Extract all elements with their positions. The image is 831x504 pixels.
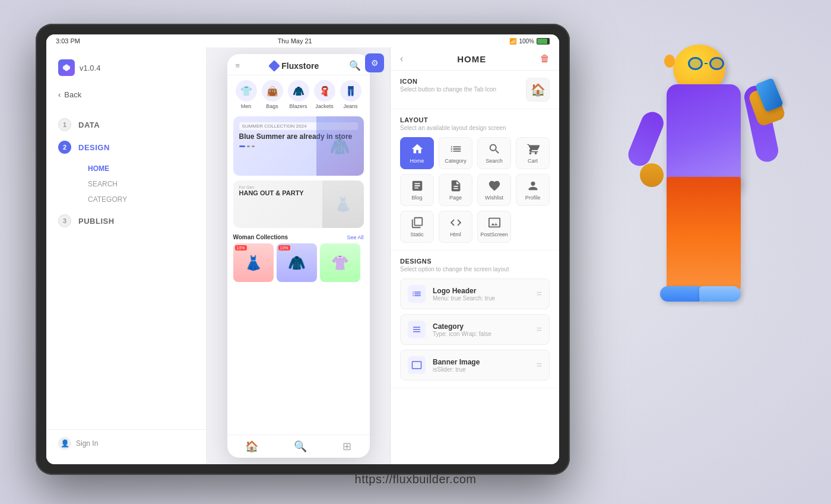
design-item-logo-header[interactable]: Logo Header Menu: true Search: true = [400,278,550,309]
step-1-number: 1 [63,121,66,128]
layout-search-label: Search [486,158,503,164]
layout-home-label: Home [410,158,424,164]
see-all-button[interactable]: See All [347,234,363,240]
char-glass-left [688,57,703,70]
design-category-icon [408,321,426,338]
3d-character [588,12,813,499]
designs-section: DESIGNS Select option to change the scre… [391,251,559,388]
back-button[interactable]: ‹ Back [46,85,206,104]
product-card-3[interactable]: 👚 [320,243,360,282]
sidebar-step-publish[interactable]: 3 PUBLISH [46,210,206,232]
design-category-handle[interactable]: = [537,324,542,335]
product-3-image: 👚 [320,243,360,282]
phone-header: ≡ Fluxstore 🔍 [227,54,370,75]
product-card-1[interactable]: 10% 👗 [233,243,274,282]
icon-picker-button[interactable]: 🏠 [526,78,550,102]
sidebar-step-design[interactable]: 2 DESIGN [46,136,206,159]
nav-grid-icon[interactable]: ⊞ [342,440,351,453]
layout-option-static[interactable]: Static [400,211,434,243]
dot-2 [247,145,250,147]
product-1-badge: 10% [235,245,247,251]
sidebar-step-data: 1 DATA [46,113,206,136]
phone-bottom-nav: 🏠 🔍 ⊞ [227,435,370,458]
banner-1-image: 🧥 [316,116,364,176]
category-jackets[interactable]: 🧣 Jackets [314,80,335,109]
wifi-icon: 📶 [509,38,516,45]
design-banner-handle[interactable]: = [537,360,542,370]
nav-home-icon[interactable]: 🏠 [245,440,258,453]
tablet: 3:03 PM Thu May 21 📶 100% [36,24,570,475]
sidebar-item-search[interactable]: SEARCH [78,176,206,192]
category-jeans[interactable]: 👖 Jeans [340,80,361,109]
category-blazers-icon: 🧥 [288,80,309,102]
layout-postscreen-label: PostScreen [480,232,508,237]
step-3-number: 3 [63,217,66,224]
design-logo-header-handle[interactable]: = [537,289,542,299]
category-jackets-icon: 🧣 [314,80,335,102]
step-1-circle: 1 [58,118,71,131]
category-bags-label: Bags [266,103,278,109]
design-item-banner[interactable]: Banner Image isSlider: true = [400,350,550,381]
layout-option-profile[interactable]: Profile [516,174,550,206]
char-right-hand [747,84,786,128]
battery-fill [537,39,547,44]
mobile-phone-preview: ≡ Fluxstore 🔍 👕 Men [227,54,370,458]
settings-delete-button[interactable]: 🗑 [540,53,550,64]
step-2-circle: 2 [58,141,71,154]
category-bags[interactable]: 👜 Bags [262,80,283,109]
design-category-info: Category Type: icon Wrap: false [433,322,529,337]
icon-section-title: ICON [400,78,496,85]
char-head [673,45,725,93]
category-men-icon: 👕 [236,80,257,102]
settings-button[interactable]: ⚙ [365,53,384,72]
layout-option-blog[interactable]: Blog [400,174,434,206]
design-banner-info: Banner Image isSlider: true [433,358,529,373]
sidebar-version: v1.0.4 [80,64,100,72]
product-card-2[interactable]: 10% 🧥 [277,243,317,282]
category-blazers[interactable]: 🧥 Blazers [288,80,309,109]
main-content: v1.0.4 ‹ Back 1 DATA 2 DESIGN [46,47,559,464]
layout-option-html[interactable]: Html [439,211,472,243]
layout-option-cart[interactable]: Cart [516,137,550,169]
settings-panel-header: ‹ HOME 🗑 [391,47,559,71]
layout-option-postscreen[interactable]: PostScreen [477,211,511,243]
phone-logo-text: Fluxstore [281,61,319,71]
layout-option-wishlist[interactable]: Wishlist [477,174,511,206]
design-sub-menu: HOME SEARCH CATEGORY [46,159,206,210]
settings-panel-title: HOME [457,54,486,64]
layout-option-search[interactable]: Search [477,137,511,169]
product-2-badge: 10% [278,245,290,251]
sidebar-item-category[interactable]: CATEGORY [78,192,206,207]
design-item-category[interactable]: Category Type: icon Wrap: false = [400,314,550,345]
settings-panel: ‹ HOME 🗑 ICON Select button to change th… [391,47,559,464]
category-jeans-label: Jeans [343,103,357,109]
layout-blog-label: Blog [411,195,422,201]
char-glass-right [709,57,724,70]
phone-search-icon[interactable]: 🔍 [349,60,361,71]
phone-banner-1[interactable]: SUMMER COLLECTION 2024 Blue Summer are a… [233,116,364,176]
step-1-label: DATA [78,121,100,129]
char-torso [667,84,741,188]
phone-banner-2[interactable]: For Gen HANG OUT & PARTY 👗 [233,180,364,228]
layout-option-home[interactable]: Home [400,137,434,169]
phone-menu-icon[interactable]: ≡ [236,61,240,70]
category-men-label: Men [241,103,252,109]
layout-option-page[interactable]: Page [439,174,472,206]
sidebar-bottom: 👤 Sign In [46,429,206,457]
category-jeans-icon: 👖 [340,80,361,102]
designs-list: Logo Header Menu: true Search: true = Ca… [400,278,550,381]
category-men[interactable]: 👕 Men [236,80,257,109]
char-right-shoe [699,286,741,302]
settings-back-button[interactable]: ‹ [400,53,403,64]
char-left-hand [640,163,664,187]
design-logo-header-info: Logo Header Menu: true Search: true [433,287,529,302]
phone-logo: Fluxstore [270,61,319,71]
sidebar-logo: v1.0.4 [46,55,206,81]
char-pants [667,177,741,293]
nav-search-icon[interactable]: 🔍 [294,440,307,453]
char-ear [664,55,675,68]
layout-option-category[interactable]: Category [439,137,472,169]
sidebar-item-home[interactable]: HOME [78,161,206,176]
sidebar: v1.0.4 ‹ Back 1 DATA 2 DESIGN [46,47,207,464]
user-avatar-icon: 👤 [58,437,71,450]
